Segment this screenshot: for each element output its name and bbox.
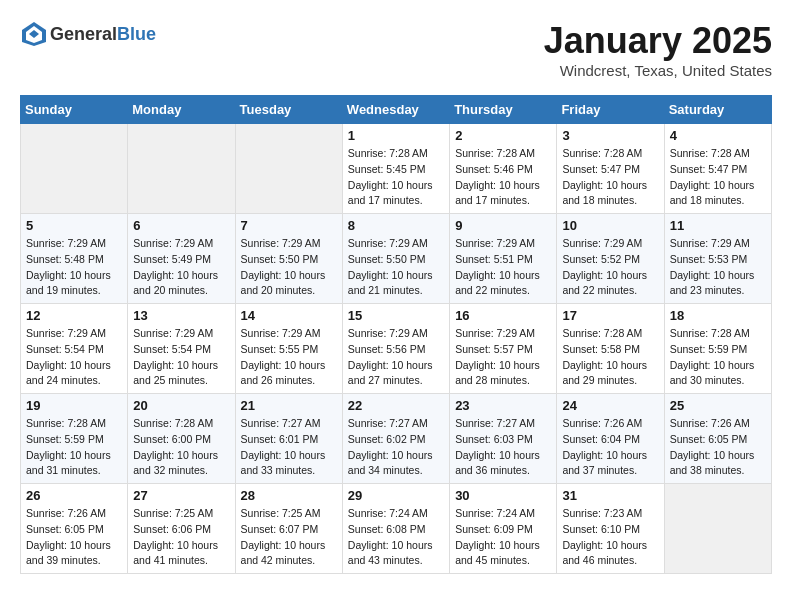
- day-number: 19: [26, 398, 122, 413]
- calendar-cell: 3Sunrise: 7:28 AM Sunset: 5:47 PM Daylig…: [557, 124, 664, 214]
- day-number: 8: [348, 218, 444, 233]
- day-info: Sunrise: 7:28 AM Sunset: 5:47 PM Dayligh…: [670, 146, 766, 209]
- calendar-cell: 22Sunrise: 7:27 AM Sunset: 6:02 PM Dayli…: [342, 394, 449, 484]
- day-number: 3: [562, 128, 658, 143]
- day-info: Sunrise: 7:24 AM Sunset: 6:08 PM Dayligh…: [348, 506, 444, 569]
- day-number: 12: [26, 308, 122, 323]
- calendar-cell: [128, 124, 235, 214]
- calendar-cell: 19Sunrise: 7:28 AM Sunset: 5:59 PM Dayli…: [21, 394, 128, 484]
- day-info: Sunrise: 7:26 AM Sunset: 6:05 PM Dayligh…: [670, 416, 766, 479]
- logo-blue: Blue: [117, 24, 156, 44]
- calendar-cell: 10Sunrise: 7:29 AM Sunset: 5:52 PM Dayli…: [557, 214, 664, 304]
- day-number: 1: [348, 128, 444, 143]
- day-info: Sunrise: 7:27 AM Sunset: 6:01 PM Dayligh…: [241, 416, 337, 479]
- day-info: Sunrise: 7:29 AM Sunset: 5:50 PM Dayligh…: [348, 236, 444, 299]
- day-info: Sunrise: 7:25 AM Sunset: 6:07 PM Dayligh…: [241, 506, 337, 569]
- day-number: 28: [241, 488, 337, 503]
- day-info: Sunrise: 7:29 AM Sunset: 5:56 PM Dayligh…: [348, 326, 444, 389]
- day-info: Sunrise: 7:23 AM Sunset: 6:10 PM Dayligh…: [562, 506, 658, 569]
- day-info: Sunrise: 7:28 AM Sunset: 5:58 PM Dayligh…: [562, 326, 658, 389]
- weekday-header-tuesday: Tuesday: [235, 96, 342, 124]
- calendar-cell: 20Sunrise: 7:28 AM Sunset: 6:00 PM Dayli…: [128, 394, 235, 484]
- calendar-cell: 13Sunrise: 7:29 AM Sunset: 5:54 PM Dayli…: [128, 304, 235, 394]
- calendar-cell: 1Sunrise: 7:28 AM Sunset: 5:45 PM Daylig…: [342, 124, 449, 214]
- day-info: Sunrise: 7:29 AM Sunset: 5:51 PM Dayligh…: [455, 236, 551, 299]
- calendar-cell: 4Sunrise: 7:28 AM Sunset: 5:47 PM Daylig…: [664, 124, 771, 214]
- calendar-cell: 27Sunrise: 7:25 AM Sunset: 6:06 PM Dayli…: [128, 484, 235, 574]
- day-info: Sunrise: 7:29 AM Sunset: 5:55 PM Dayligh…: [241, 326, 337, 389]
- calendar-cell: 7Sunrise: 7:29 AM Sunset: 5:50 PM Daylig…: [235, 214, 342, 304]
- day-number: 26: [26, 488, 122, 503]
- day-number: 4: [670, 128, 766, 143]
- day-info: Sunrise: 7:26 AM Sunset: 6:04 PM Dayligh…: [562, 416, 658, 479]
- calendar-cell: [21, 124, 128, 214]
- calendar-cell: 5Sunrise: 7:29 AM Sunset: 5:48 PM Daylig…: [21, 214, 128, 304]
- weekday-header-wednesday: Wednesday: [342, 96, 449, 124]
- calendar-cell: 6Sunrise: 7:29 AM Sunset: 5:49 PM Daylig…: [128, 214, 235, 304]
- page-header: GeneralBlue January 2025 Windcrest, Texa…: [20, 20, 772, 79]
- day-info: Sunrise: 7:27 AM Sunset: 6:03 PM Dayligh…: [455, 416, 551, 479]
- day-info: Sunrise: 7:29 AM Sunset: 5:54 PM Dayligh…: [26, 326, 122, 389]
- calendar-cell: 18Sunrise: 7:28 AM Sunset: 5:59 PM Dayli…: [664, 304, 771, 394]
- calendar-cell: 14Sunrise: 7:29 AM Sunset: 5:55 PM Dayli…: [235, 304, 342, 394]
- day-number: 9: [455, 218, 551, 233]
- calendar-cell: 23Sunrise: 7:27 AM Sunset: 6:03 PM Dayli…: [450, 394, 557, 484]
- calendar-cell: 12Sunrise: 7:29 AM Sunset: 5:54 PM Dayli…: [21, 304, 128, 394]
- weekday-header-sunday: Sunday: [21, 96, 128, 124]
- weekday-header-friday: Friday: [557, 96, 664, 124]
- day-number: 6: [133, 218, 229, 233]
- day-info: Sunrise: 7:29 AM Sunset: 5:52 PM Dayligh…: [562, 236, 658, 299]
- calendar-cell: 24Sunrise: 7:26 AM Sunset: 6:04 PM Dayli…: [557, 394, 664, 484]
- day-number: 31: [562, 488, 658, 503]
- day-number: 2: [455, 128, 551, 143]
- day-info: Sunrise: 7:27 AM Sunset: 6:02 PM Dayligh…: [348, 416, 444, 479]
- day-number: 16: [455, 308, 551, 323]
- day-number: 30: [455, 488, 551, 503]
- calendar-cell: 16Sunrise: 7:29 AM Sunset: 5:57 PM Dayli…: [450, 304, 557, 394]
- calendar-cell: 29Sunrise: 7:24 AM Sunset: 6:08 PM Dayli…: [342, 484, 449, 574]
- day-info: Sunrise: 7:28 AM Sunset: 5:59 PM Dayligh…: [670, 326, 766, 389]
- day-number: 29: [348, 488, 444, 503]
- day-number: 25: [670, 398, 766, 413]
- day-number: 20: [133, 398, 229, 413]
- month-title: January 2025: [544, 20, 772, 62]
- location: Windcrest, Texas, United States: [544, 62, 772, 79]
- day-info: Sunrise: 7:26 AM Sunset: 6:05 PM Dayligh…: [26, 506, 122, 569]
- day-number: 21: [241, 398, 337, 413]
- day-number: 5: [26, 218, 122, 233]
- day-number: 14: [241, 308, 337, 323]
- calendar-cell: 31Sunrise: 7:23 AM Sunset: 6:10 PM Dayli…: [557, 484, 664, 574]
- calendar-cell: 28Sunrise: 7:25 AM Sunset: 6:07 PM Dayli…: [235, 484, 342, 574]
- weekday-header-monday: Monday: [128, 96, 235, 124]
- day-info: Sunrise: 7:29 AM Sunset: 5:57 PM Dayligh…: [455, 326, 551, 389]
- day-number: 18: [670, 308, 766, 323]
- calendar: SundayMondayTuesdayWednesdayThursdayFrid…: [20, 95, 772, 574]
- calendar-cell: 9Sunrise: 7:29 AM Sunset: 5:51 PM Daylig…: [450, 214, 557, 304]
- day-info: Sunrise: 7:29 AM Sunset: 5:49 PM Dayligh…: [133, 236, 229, 299]
- weekday-header-thursday: Thursday: [450, 96, 557, 124]
- logo-icon: [20, 20, 48, 48]
- calendar-cell: 15Sunrise: 7:29 AM Sunset: 5:56 PM Dayli…: [342, 304, 449, 394]
- day-info: Sunrise: 7:29 AM Sunset: 5:48 PM Dayligh…: [26, 236, 122, 299]
- calendar-cell: 2Sunrise: 7:28 AM Sunset: 5:46 PM Daylig…: [450, 124, 557, 214]
- day-info: Sunrise: 7:28 AM Sunset: 5:47 PM Dayligh…: [562, 146, 658, 209]
- calendar-cell: 30Sunrise: 7:24 AM Sunset: 6:09 PM Dayli…: [450, 484, 557, 574]
- day-number: 11: [670, 218, 766, 233]
- day-info: Sunrise: 7:25 AM Sunset: 6:06 PM Dayligh…: [133, 506, 229, 569]
- day-info: Sunrise: 7:29 AM Sunset: 5:53 PM Dayligh…: [670, 236, 766, 299]
- day-number: 23: [455, 398, 551, 413]
- calendar-cell: 11Sunrise: 7:29 AM Sunset: 5:53 PM Dayli…: [664, 214, 771, 304]
- calendar-cell: [664, 484, 771, 574]
- day-info: Sunrise: 7:28 AM Sunset: 5:45 PM Dayligh…: [348, 146, 444, 209]
- day-number: 13: [133, 308, 229, 323]
- day-number: 22: [348, 398, 444, 413]
- day-number: 24: [562, 398, 658, 413]
- day-info: Sunrise: 7:28 AM Sunset: 6:00 PM Dayligh…: [133, 416, 229, 479]
- calendar-cell: 25Sunrise: 7:26 AM Sunset: 6:05 PM Dayli…: [664, 394, 771, 484]
- logo-general: General: [50, 24, 117, 44]
- calendar-cell: 21Sunrise: 7:27 AM Sunset: 6:01 PM Dayli…: [235, 394, 342, 484]
- day-number: 10: [562, 218, 658, 233]
- day-info: Sunrise: 7:28 AM Sunset: 5:59 PM Dayligh…: [26, 416, 122, 479]
- day-number: 17: [562, 308, 658, 323]
- day-info: Sunrise: 7:29 AM Sunset: 5:54 PM Dayligh…: [133, 326, 229, 389]
